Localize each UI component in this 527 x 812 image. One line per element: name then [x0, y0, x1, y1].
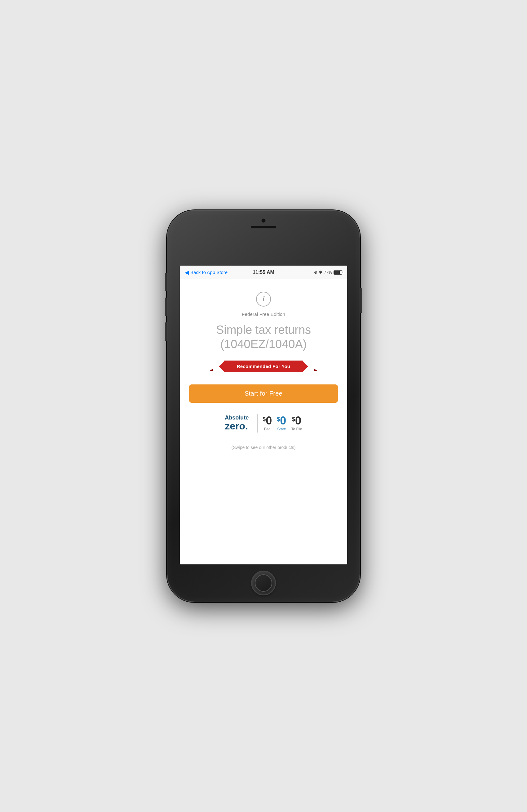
- ribbon-tail-left: [209, 368, 213, 371]
- phone-mockup: ◀ Back to App Store 11:55 AM ⊕ ✱ 77% i: [167, 211, 360, 601]
- ribbon-tail-right: [314, 368, 318, 371]
- tofile-price-top: $ 0: [292, 415, 301, 426]
- main-title-line2: (1040EZ/1040A): [221, 337, 307, 351]
- state-amount: 0: [280, 415, 286, 426]
- fed-amount: 0: [266, 415, 272, 426]
- brand-name: Absolute zero.: [225, 415, 249, 432]
- ribbon-text: Recommended For You: [237, 364, 290, 369]
- phone-top: [251, 211, 276, 236]
- brand-divider: [257, 414, 258, 433]
- recommended-ribbon: Recommended For You: [224, 361, 303, 372]
- tofile-pricing-item: $ 0 To File: [291, 415, 302, 431]
- fed-pricing-item: $ 0 Fed: [262, 415, 272, 431]
- state-price-top: $ 0: [277, 415, 286, 426]
- battery-bar: [334, 270, 342, 275]
- brand-zero: zero.: [225, 421, 249, 432]
- ribbon-container: Recommended For You: [189, 361, 338, 372]
- lock-icon: ⊕: [314, 270, 317, 275]
- status-right: ⊕ ✱ 77%: [314, 270, 342, 275]
- edition-label: Federal Free Edition: [242, 311, 285, 317]
- camera: [261, 218, 266, 223]
- battery-fill: [334, 271, 340, 274]
- state-dollar: $: [277, 416, 280, 422]
- home-button[interactable]: [251, 570, 276, 595]
- battery-percent: 77%: [324, 270, 332, 275]
- absolute-zero-section: Absolute zero. $ 0 Fed: [225, 414, 302, 433]
- speaker: [251, 226, 276, 228]
- phone-bottom: [251, 564, 276, 601]
- pricing-items: $ 0 Fed $ 0 State: [262, 415, 302, 431]
- home-button-inner: [255, 574, 272, 592]
- main-title: Simple tax returns (1040EZ/1040A): [216, 323, 311, 351]
- content-area: i Federal Free Edition Simple tax return…: [180, 279, 347, 564]
- fed-dollar: $: [262, 416, 266, 422]
- fed-price-top: $ 0: [262, 415, 272, 426]
- info-icon-wrapper: i: [256, 292, 271, 307]
- bluetooth-icon: ✱: [319, 270, 322, 275]
- status-left: ◀ Back to App Store: [185, 269, 228, 276]
- phone-outer: ◀ Back to App Store 11:55 AM ⊕ ✱ 77% i: [167, 211, 360, 601]
- status-time: 11:55 AM: [253, 270, 274, 275]
- tofile-label: To File: [291, 427, 302, 431]
- fed-label: Fed: [264, 427, 271, 431]
- swipe-hint: (Swipe to see our other products): [231, 445, 296, 450]
- back-to-appstore[interactable]: Back to App Store: [190, 270, 228, 275]
- start-for-free-button[interactable]: Start for Free: [189, 385, 338, 403]
- tofile-dollar: $: [292, 416, 295, 422]
- status-bar: ◀ Back to App Store 11:55 AM ⊕ ✱ 77%: [180, 265, 347, 279]
- state-pricing-item: $ 0 State: [277, 415, 286, 431]
- tofile-amount: 0: [295, 415, 301, 426]
- phone-screen: ◀ Back to App Store 11:55 AM ⊕ ✱ 77% i: [180, 265, 347, 564]
- state-label: State: [277, 427, 286, 431]
- back-arrow-icon: ◀: [185, 269, 189, 276]
- info-icon: i: [262, 296, 265, 303]
- main-title-line1: Simple tax returns: [216, 323, 311, 336]
- brand-absolute: Absolute: [225, 415, 249, 421]
